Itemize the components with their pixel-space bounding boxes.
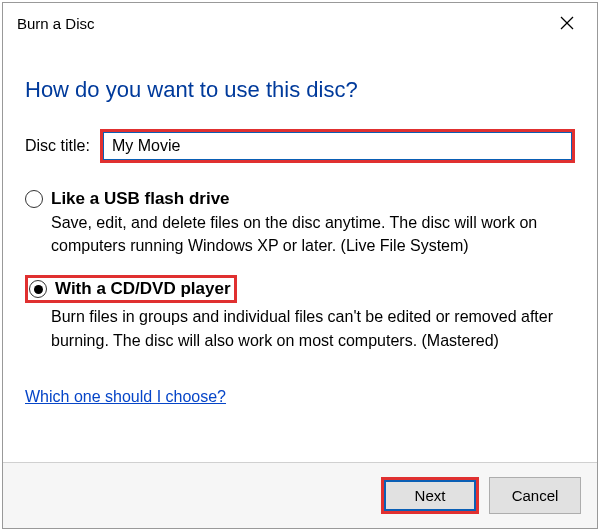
- next-button-highlight: Next: [381, 477, 479, 514]
- radio-usb[interactable]: [25, 190, 43, 208]
- radio-cddvd[interactable]: [29, 280, 47, 298]
- option-cddvd[interactable]: With a CD/DVD player Burn files in group…: [25, 275, 575, 351]
- close-button[interactable]: [547, 9, 587, 37]
- disc-title-highlight: [100, 129, 575, 163]
- option-usb[interactable]: Like a USB flash drive Save, edit, and d…: [25, 189, 575, 257]
- burn-disc-dialog: Burn a Disc How do you want to use this …: [2, 2, 598, 529]
- option-cddvd-desc: Burn files in groups and individual file…: [51, 305, 575, 351]
- cancel-button[interactable]: Cancel: [489, 477, 581, 514]
- dialog-content: How do you want to use this disc? Disc t…: [3, 41, 597, 462]
- option-cddvd-highlight: With a CD/DVD player: [25, 275, 237, 303]
- disc-title-input[interactable]: [103, 132, 572, 160]
- option-cddvd-title: With a CD/DVD player: [55, 279, 231, 299]
- dialog-heading: How do you want to use this disc?: [25, 77, 575, 103]
- titlebar: Burn a Disc: [3, 3, 597, 41]
- window-title: Burn a Disc: [17, 15, 95, 32]
- disc-title-label: Disc title:: [25, 137, 90, 155]
- option-usb-desc: Save, edit, and delete files on the disc…: [51, 211, 575, 257]
- option-usb-title: Like a USB flash drive: [51, 189, 230, 209]
- help-link[interactable]: Which one should I choose?: [25, 388, 575, 406]
- next-button[interactable]: Next: [384, 480, 476, 511]
- dialog-footer: Next Cancel: [3, 462, 597, 528]
- disc-title-row: Disc title:: [25, 129, 575, 163]
- close-icon: [560, 16, 574, 30]
- option-usb-header: Like a USB flash drive: [25, 189, 575, 209]
